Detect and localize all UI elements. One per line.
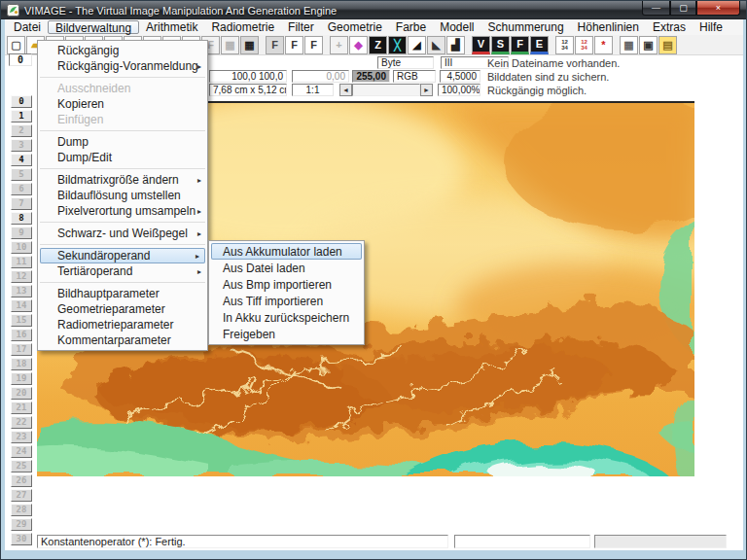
digits-color-icon[interactable]: 12 34: [575, 36, 593, 54]
slot-button-16[interactable]: 16: [11, 329, 32, 341]
slot-button-2[interactable]: 2: [11, 124, 32, 137]
menubar-item-arithmetik[interactable]: Arithmetik: [139, 20, 204, 34]
slot-button-0[interactable]: 0: [11, 95, 32, 108]
slot-button-13[interactable]: 13: [11, 285, 32, 298]
format-1-icon[interactable]: F: [266, 36, 284, 54]
digits-icon[interactable]: 12 34: [555, 36, 574, 54]
menubar-item-extras[interactable]: Extras: [646, 20, 693, 34]
slot-button-10[interactable]: 10: [11, 241, 32, 254]
slot-button-14[interactable]: 14: [11, 299, 32, 312]
menubar-item-farbe[interactable]: Farbe: [389, 20, 433, 34]
menubar-item-radiometrie[interactable]: Radiometrie: [204, 20, 281, 34]
menu-item-pixelverortung-umsampeln[interactable]: Pixelverortung umsampeln▸: [38, 203, 207, 219]
zoom-field[interactable]: 100,00%: [438, 84, 480, 96]
submenu-item-aus-bmp-importieren[interactable]: Aus Bmp importieren: [209, 276, 364, 293]
menu-item-schwarz-und-weißpegel[interactable]: Schwarz- und Weißpegel▸: [38, 226, 207, 241]
slot-button-28[interactable]: 28: [11, 504, 32, 516]
slot-button-27[interactable]: 27: [11, 489, 32, 502]
close-button[interactable]: ×: [696, 1, 740, 16]
min-value-field[interactable]: 0,00: [292, 70, 349, 83]
slot-button-26[interactable]: 26: [11, 474, 32, 487]
slot-button-29[interactable]: 29: [11, 518, 32, 531]
menu-item-geometrieparameter[interactable]: Geometrieparameter: [38, 301, 207, 317]
grid-faded-icon[interactable]: ▦: [221, 36, 239, 54]
slot-button-21[interactable]: 21: [11, 402, 32, 414]
slot-button-5[interactable]: 5: [11, 168, 32, 181]
add-faded-icon[interactable]: +: [330, 36, 348, 54]
resolution-field[interactable]: 4,5000: [440, 70, 480, 83]
menubar-item-filter[interactable]: Filter: [281, 20, 321, 34]
half-diagonal-icon[interactable]: ◢: [408, 36, 426, 54]
max-value-field[interactable]: 255,00: [352, 70, 390, 83]
grid-dark-icon[interactable]: ▦: [240, 36, 259, 54]
menu-item-rückgängig[interactable]: Rückgängig: [38, 43, 207, 58]
menu-item-einfügen[interactable]: Einfügen: [38, 112, 207, 127]
menubar-item-modell[interactable]: Modell: [433, 20, 480, 34]
slot-button-11[interactable]: 11: [11, 256, 32, 268]
matrix-red-icon[interactable]: *: [594, 36, 613, 54]
grid-table-icon[interactable]: ▦: [620, 36, 638, 54]
menu-item-tertiäroperand[interactable]: Tertiäroperand▸: [38, 263, 207, 279]
menu-item-kopieren[interactable]: Kopieren: [38, 96, 207, 112]
f-plane-icon[interactable]: F: [511, 36, 529, 54]
new-file-icon[interactable]: ▢: [7, 36, 25, 54]
menu-item-rückgängig-voranmeldung[interactable]: Rückgängig-Voranmeldung▸: [38, 58, 207, 74]
slot-button-12[interactable]: 12: [11, 270, 32, 283]
slot-button-17[interactable]: 17: [11, 343, 32, 356]
submenu-item-aus-datei-laden[interactable]: Aus Datei laden: [209, 260, 364, 276]
v-plane-icon[interactable]: V: [472, 36, 490, 54]
menu-item-sekundäroperand[interactable]: Sekundäroperand▸: [40, 248, 205, 263]
z-contrast-icon[interactable]: Z: [369, 36, 387, 54]
slot-button-8[interactable]: 8: [11, 212, 32, 225]
grid-b-icon[interactable]: ▣: [639, 36, 658, 54]
menubar-item-geometrie[interactable]: Geometrie: [321, 20, 389, 34]
slot-button-6[interactable]: 6: [11, 183, 32, 195]
slot-button-30[interactable]: 30: [11, 533, 32, 545]
color-transform-icon[interactable]: ◆: [349, 36, 368, 54]
menubar-item-bildverwaltung[interactable]: Bildverwaltung: [48, 20, 139, 34]
menubar-item-schummerung[interactable]: Schummerung: [481, 20, 571, 34]
slot-button-25[interactable]: 25: [11, 460, 32, 472]
menubar-item-höhenlinien[interactable]: Höhenlinien: [571, 20, 646, 34]
s-plane-icon[interactable]: S: [491, 36, 510, 54]
size-field[interactable]: 100,0 100,0: [209, 70, 287, 83]
menu-item-radiometrieparameter[interactable]: Radiometrieparameter: [38, 317, 207, 332]
format-3-icon[interactable]: F: [304, 36, 323, 54]
e-plane-icon[interactable]: E: [530, 36, 549, 54]
menu-item-ausschneiden[interactable]: Ausschneiden: [38, 81, 207, 96]
menu-item-bildmatrixgröße-ändern[interactable]: Bildmatrixgröße ändern▸: [38, 172, 207, 188]
scale-field[interactable]: 1:1: [292, 84, 334, 96]
slot-button-19[interactable]: 19: [11, 372, 32, 385]
submenu-item-freigeben[interactable]: Freigeben: [209, 326, 364, 342]
dimensions-field[interactable]: 7,68 cm x 5,12 cm: [209, 84, 287, 96]
submenu-item-aus-akkumulator-laden[interactable]: Aus Akkumulator laden: [211, 243, 362, 260]
scroll-left-icon[interactable]: ◄: [339, 84, 352, 96]
menu-item-dump[interactable]: Dump: [38, 134, 207, 150]
menu-item-bildhauptparameter[interactable]: Bildhauptparameter: [38, 286, 207, 301]
submenu-item-in-akku-zurückspeichern[interactable]: In Akku zurückspeichern: [209, 309, 364, 326]
datatype-field[interactable]: Byte: [377, 56, 434, 69]
zoom-scrollbar[interactable]: ◄ ►: [339, 84, 433, 96]
slot-button-20[interactable]: 20: [11, 387, 32, 400]
menu-item-bildauflösung-umstellen[interactable]: Bildauflösung umstellen: [38, 188, 207, 203]
slot-button-1[interactable]: 1: [11, 110, 32, 122]
histogram-icon[interactable]: ▟: [446, 36, 465, 54]
menu-item-kommentarparameter[interactable]: Kommentarparameter: [38, 332, 207, 348]
slot-button-7[interactable]: 7: [11, 197, 32, 210]
palette-icon[interactable]: ▤: [658, 36, 677, 54]
slot-button-4[interactable]: 4: [11, 154, 32, 166]
slot-button-24[interactable]: 24: [11, 445, 32, 458]
menubar-item-datei[interactable]: Datei: [7, 20, 48, 34]
slot-button-15[interactable]: 15: [11, 314, 32, 327]
scroll-right-icon[interactable]: ►: [420, 84, 433, 96]
slot-button-23[interactable]: 23: [11, 431, 32, 443]
diagonal-2-icon[interactable]: ◣: [427, 36, 445, 54]
format-2-icon[interactable]: F: [285, 36, 303, 54]
x-cyan-icon[interactable]: ╳: [388, 36, 407, 54]
maximize-button[interactable]: ▢: [670, 1, 696, 16]
slot-button-3[interactable]: 3: [11, 139, 32, 152]
slot-button-18[interactable]: 18: [11, 358, 32, 370]
colormode-field[interactable]: RGB: [393, 70, 436, 83]
slot-button-22[interactable]: 22: [11, 416, 32, 429]
menu-item-dump-edit[interactable]: Dump/Edit: [38, 150, 207, 165]
